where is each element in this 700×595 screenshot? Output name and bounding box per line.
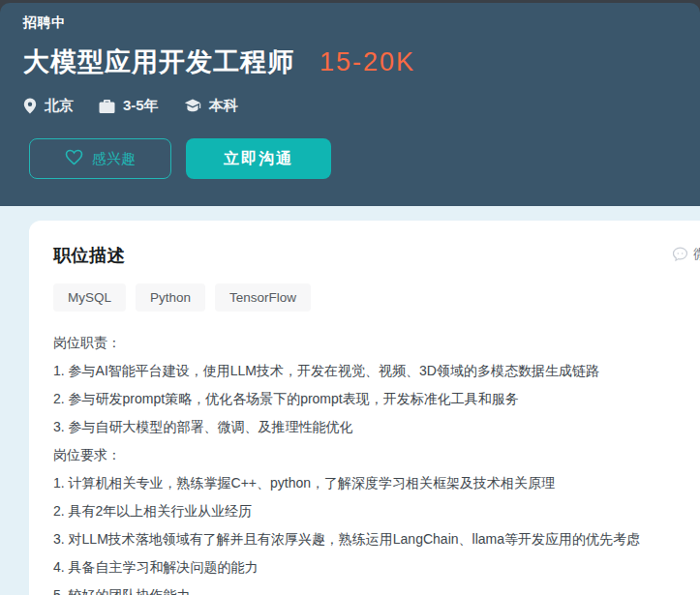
desc-line: 5. 较好的团队协作能力 [53, 581, 676, 595]
skill-tags: MySQL Python TensorFlow [53, 283, 676, 312]
meta-experience-label: 3-5年 [123, 97, 159, 115]
location-pin-icon [23, 98, 37, 114]
desc-line: 岗位要求： [53, 441, 676, 469]
desc-line: 岗位职责： [53, 329, 676, 357]
job-header: 招聘中 大模型应用开发工程师 15-20K 北京 3-5年 [0, 3, 700, 206]
section-title: 职位描述 [53, 244, 676, 267]
job-description-card: 职位描述 微 MySQL Python TensorFlow 岗位职责： 1. … [29, 221, 700, 595]
heart-icon [65, 149, 83, 168]
skill-tag: TensorFlow [215, 283, 311, 312]
job-detail-page: 招聘中 大模型应用开发工程师 15-20K 北京 3-5年 [0, 0, 700, 595]
job-description-text: 岗位职责： 1. 参与AI智能平台建设，使用LLM技术，开发在视觉、视频、3D领… [53, 329, 676, 595]
desc-line: 2. 具有2年以上相关行业从业经历 [53, 497, 676, 525]
meta-education: 本科 [184, 97, 238, 115]
wechat-share-label[interactable]: 微 [693, 246, 700, 263]
desc-line: 3. 对LLM技术落地领域有了解并且有浓厚兴趣，熟练运用LangChain、ll… [53, 525, 676, 553]
desc-line: 2. 参与研发prompt策略，优化各场景下的prompt表现，开发标准化工具和… [53, 385, 676, 413]
meta-location: 北京 [23, 97, 74, 115]
interested-button[interactable]: 感兴趣 [29, 138, 171, 179]
status-badge: 招聘中 [23, 15, 66, 32]
meta-experience: 3-5年 [99, 97, 159, 115]
desc-line: 4. 具备自主学习和解决问题的能力 [53, 553, 676, 581]
meta-location-label: 北京 [45, 97, 74, 115]
action-buttons: 感兴趣 立即沟通 [29, 138, 331, 179]
meta-education-label: 本科 [209, 97, 238, 115]
interested-button-label: 感兴趣 [92, 150, 136, 168]
briefcase-icon [99, 99, 115, 114]
job-meta-row: 北京 3-5年 本科 [23, 97, 238, 115]
hero-backdrop: 招聘中 大模型应用开发工程师 15-20K 北京 3-5年 [0, 0, 700, 206]
skill-tag: Python [136, 283, 205, 312]
desc-line: 1. 参与AI智能平台建设，使用LLM技术，开发在视觉、视频、3D领域的多模态数… [53, 357, 676, 385]
desc-line: 3. 参与自研大模型的部署、微调、及推理性能优化 [53, 413, 676, 441]
job-title: 大模型应用开发工程师 [23, 45, 294, 79]
salary-range: 15-20K [320, 47, 415, 77]
chat-now-button[interactable]: 立即沟通 [186, 138, 331, 179]
content-section: 职位描述 微 MySQL Python TensorFlow 岗位职责： 1. … [0, 206, 700, 595]
desc-line: 1. 计算机相关专业，熟练掌握C++、python，了解深度学习相关框架及技术相… [53, 469, 676, 497]
skill-tag: MySQL [53, 283, 126, 312]
chat-bubble-icon[interactable] [672, 247, 688, 262]
graduation-cap-icon [184, 99, 201, 113]
chat-now-button-label: 立即沟通 [224, 149, 293, 169]
title-row: 大模型应用开发工程师 15-20K [23, 45, 415, 79]
card-corner-actions: 微 [672, 246, 700, 263]
